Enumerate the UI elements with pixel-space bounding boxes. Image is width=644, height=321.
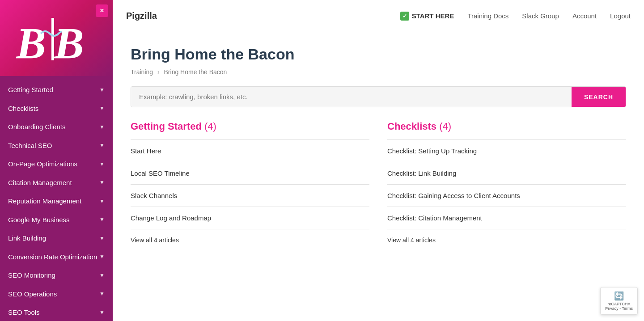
main-content: Pigzilla ✓ START HERE Training Docs Slac… [113, 0, 644, 321]
sidebar-nav: Getting Started ▼ Checklists ▼ Onboardin… [0, 76, 113, 321]
sidebar-item-google-my-business[interactable]: Google My Business ▼ [0, 211, 113, 229]
article-item[interactable]: Checklist: Gaining Access to Client Acco… [387, 185, 626, 207]
article-item[interactable]: Start Here [131, 140, 369, 162]
sidebar-item-seo-tools[interactable]: SEO Tools ▼ [0, 303, 113, 321]
chevron-icon: ▼ [99, 87, 105, 93]
content-area: Bring Home the Bacon Training › Bring Ho… [113, 32, 644, 321]
article-item[interactable]: Local SEO Timeline [131, 162, 369, 185]
chevron-icon: ▼ [99, 161, 105, 167]
sidebar-item-link-building[interactable]: Link Building ▼ [0, 229, 113, 248]
sidebar-item-getting-started[interactable]: Getting Started ▼ [0, 80, 113, 99]
section-title-getting-started: Getting Started (4) [131, 121, 369, 132]
article-item[interactable]: Checklist: Link Building [387, 162, 626, 185]
logout-link[interactable]: Logout [610, 12, 631, 20]
search-input[interactable] [131, 87, 572, 107]
chevron-icon: ▼ [99, 272, 105, 279]
sidebar-item-reputation-management[interactable]: Reputation Management ▼ [0, 192, 113, 211]
sidebar-item-checklists[interactable]: Checklists ▼ [0, 99, 113, 118]
section-title-checklists: Checklists (4) [387, 121, 626, 132]
chevron-icon: ▼ [99, 216, 105, 223]
recaptcha-icon: 🔄 [605, 291, 633, 301]
sidebar-item-seo-monitoring[interactable]: SEO Monitoring ▼ [0, 266, 113, 285]
close-button[interactable]: × [96, 4, 108, 17]
section-checklists: Checklists (4) Checklist: Setting Up Tra… [387, 121, 626, 244]
search-button[interactable]: SEARCH [572, 87, 626, 107]
svg-text:B: B [54, 18, 84, 67]
sidebar-item-conversion-rate[interactable]: Conversion Rate Optimization ▼ [0, 248, 113, 266]
sidebar-item-citation-management[interactable]: Citation Management ▼ [0, 173, 113, 192]
sections-grid: Getting Started (4) Start Here Local SEO… [131, 121, 626, 244]
sidebar-item-technical-seo[interactable]: Technical SEO ▼ [0, 136, 113, 155]
top-nav: Pigzilla ✓ START HERE Training Docs Slac… [113, 0, 644, 32]
sidebar-item-seo-operations[interactable]: SEO Operations ▼ [0, 285, 113, 304]
sidebar-item-on-page-optimizations[interactable]: On-Page Optimizations ▼ [0, 155, 113, 173]
view-all-getting-started[interactable]: View all 4 articles [131, 237, 179, 244]
recaptcha-badge: 🔄 reCAPTCHAPrivacy - Terms [600, 287, 638, 315]
breadcrumb-current: Bring Home the Bacon [164, 68, 227, 76]
page-title: Bring Home the Bacon [131, 46, 626, 63]
article-item[interactable]: Checklist: Citation Management [387, 207, 626, 229]
chevron-icon: ▼ [99, 124, 105, 130]
site-title: Pigzilla [126, 11, 157, 21]
account-link[interactable]: Account [572, 12, 597, 20]
logo-svg: B B [16, 9, 97, 67]
section-getting-started: Getting Started (4) Start Here Local SEO… [131, 121, 369, 244]
chevron-icon: ▼ [99, 179, 105, 186]
chevron-icon: ▼ [99, 291, 105, 297]
article-item[interactable]: Slack Channels [131, 185, 369, 207]
article-list-getting-started: Start Here Local SEO Timeline Slack Chan… [131, 139, 369, 229]
chevron-icon: ▼ [99, 309, 105, 316]
breadcrumb: Training › Bring Home the Bacon [131, 68, 626, 76]
checkbox-icon: ✓ [400, 12, 409, 21]
chevron-icon: ▼ [99, 105, 105, 111]
sidebar-item-onboarding-clients[interactable]: Onboarding Clients ▼ [0, 118, 113, 136]
topnav-links: ✓ START HERE Training Docs Slack Group A… [400, 12, 631, 21]
article-item[interactable]: Checklist: Setting Up Tracking [387, 140, 626, 162]
article-item[interactable]: Change Log and Roadmap [131, 207, 369, 229]
training-docs-link[interactable]: Training Docs [467, 12, 508, 20]
view-all-checklists[interactable]: View all 4 articles [387, 237, 436, 244]
sidebar: × B B Getting Started ▼ Checklists ▼ [0, 0, 113, 321]
slack-group-link[interactable]: Slack Group [522, 12, 559, 20]
sidebar-logo-area: × B B [0, 0, 113, 76]
chevron-icon: ▼ [99, 142, 105, 148]
chevron-icon: ▼ [99, 235, 105, 241]
chevron-icon: ▼ [99, 198, 105, 204]
search-bar: SEARCH [131, 86, 626, 107]
svg-text:B: B [16, 18, 46, 67]
start-here-button[interactable]: ✓ START HERE [400, 12, 454, 21]
chevron-icon: ▼ [99, 253, 105, 260]
article-list-checklists: Checklist: Setting Up Tracking Checklist… [387, 139, 626, 229]
breadcrumb-root[interactable]: Training [131, 68, 153, 76]
